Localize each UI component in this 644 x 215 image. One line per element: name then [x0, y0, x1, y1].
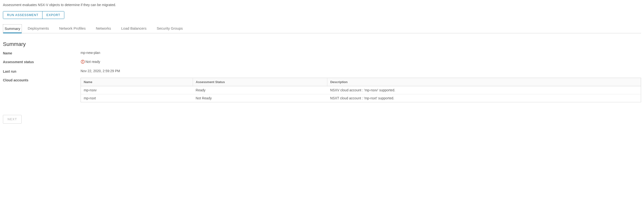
status-text: Not ready — [86, 60, 100, 64]
field-name-row: Name mp-new-plan — [3, 51, 641, 55]
tab-networks[interactable]: Networks — [94, 24, 116, 33]
field-cloud-accounts-value: Name Assessment Status Description mp-ns… — [80, 78, 641, 102]
field-last-run-row: Last run Nov 22, 2020, 2:59:29 PM — [3, 69, 641, 73]
page-description: Assessment evaluates NSX-V objects to de… — [3, 3, 641, 7]
svg-point-2 — [82, 62, 83, 63]
field-name-value: mp-new-plan — [80, 51, 641, 55]
table-header-status[interactable]: Assessment Status — [193, 78, 327, 86]
run-assessment-button[interactable]: RUN ASSESSMENT — [3, 12, 42, 19]
field-status-row: Assessment status Not ready — [3, 60, 641, 65]
cell-description: NSXV cloud account : 'mp-nsxv' supported… — [327, 86, 641, 94]
tab-network-profiles[interactable]: Network Profiles — [58, 24, 90, 33]
tab-load-balancers[interactable]: Load Balancers — [120, 24, 151, 33]
field-status-value: Not ready — [80, 60, 641, 65]
tab-bar: Summary Deployments Network Profiles Net… — [3, 24, 641, 33]
field-last-run-value: Nov 22, 2020, 2:59:29 PM — [80, 69, 641, 73]
table-row: mp-nsxv Ready NSXV cloud account : 'mp-n… — [81, 86, 641, 94]
cell-status: Ready — [193, 86, 327, 94]
field-name-label: Name — [3, 51, 80, 55]
table-row: mp-nsxt Not Ready NSXT cloud account : '… — [81, 94, 641, 102]
field-last-run-label: Last run — [3, 69, 80, 73]
field-cloud-accounts-label: Cloud accounts — [3, 78, 80, 82]
cell-name: mp-nsxt — [81, 94, 193, 102]
table-header-description[interactable]: Description — [327, 78, 641, 86]
warning-icon — [80, 60, 85, 64]
field-cloud-accounts-row: Cloud accounts Name Assessment Status De… — [3, 78, 641, 102]
next-button[interactable]: NEXT — [3, 115, 22, 124]
table-header-name[interactable]: Name — [81, 78, 193, 86]
tab-summary[interactable]: Summary — [3, 24, 22, 33]
tab-security-groups[interactable]: Security Groups — [155, 24, 187, 33]
cloud-accounts-table: Name Assessment Status Description mp-ns… — [80, 78, 641, 102]
cell-description: NSXT cloud account : 'mp-nsxt' supported… — [327, 94, 641, 102]
export-button[interactable]: EXPORT — [42, 12, 64, 19]
summary-heading: Summary — [3, 41, 641, 47]
action-button-group: RUN ASSESSMENT EXPORT — [3, 11, 64, 19]
cell-name: mp-nsxv — [81, 86, 193, 94]
cell-status: Not Ready — [193, 94, 327, 102]
tab-deployments[interactable]: Deployments — [26, 24, 54, 33]
field-status-label: Assessment status — [3, 60, 80, 64]
